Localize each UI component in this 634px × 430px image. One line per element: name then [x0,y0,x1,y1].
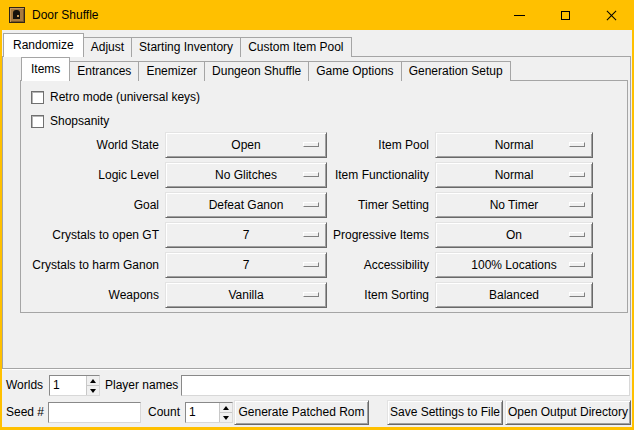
progressive-items-dropdown[interactable]: On [435,222,593,248]
world-state-label: World State [21,132,159,158]
crystals-gt-label: Crystals to open GT [21,222,159,248]
item-functionality-value: Normal [495,168,534,182]
goal-label: Goal [21,192,159,218]
accessibility-label: Accessibility [275,252,429,278]
minimize-icon [514,15,525,16]
item-sorting-value: Balanced [489,288,539,302]
spinner-up-icon[interactable] [87,376,99,386]
optionmenu-indicator-icon [569,232,585,237]
generate-patched-rom-button[interactable]: Generate Patched Rom [234,400,369,425]
count-value: 1 [189,403,196,422]
item-pool-dropdown[interactable]: Normal [435,132,593,158]
checkbox-icon[interactable] [31,91,44,104]
retro-mode-label: Retro mode (universal keys) [50,90,200,104]
item-sorting-label: Item Sorting [275,282,429,308]
checkbox-icon[interactable] [31,115,44,128]
crystals-ganon-value: 7 [243,258,250,272]
title-bar: Door Shuffle [0,0,634,30]
optionmenu-indicator-icon [569,202,585,207]
retro-mode-checkbox[interactable]: Retro mode (universal keys) [31,89,200,105]
worlds-label: Worlds [6,375,43,396]
tab-items[interactable]: Items [21,57,70,81]
worlds-value: 1 [53,376,60,395]
logic-level-value: No Glitches [215,168,277,182]
progressive-items-label: Progressive Items [275,222,429,248]
client-area: Randomize Adjust Starting Inventory Cust… [2,30,632,427]
timer-setting-label: Timer Setting [275,192,429,218]
progressive-items-value: On [506,228,522,242]
item-pool-label: Item Pool [275,132,429,158]
spinner-down-icon[interactable] [220,413,232,422]
minimize-button[interactable] [496,0,542,30]
spinner-up-icon[interactable] [220,403,232,413]
main-tab-bar: Randomize Adjust Starting Inventory Cust… [3,33,351,57]
crystals-ganon-label: Crystals to harm Ganon [21,252,159,278]
timer-setting-value: No Timer [490,198,539,212]
close-icon [605,9,618,22]
accessibility-dropdown[interactable]: 100% Locations [435,252,593,278]
tab-entrances[interactable]: Entrances [69,61,139,81]
optionmenu-indicator-icon [569,262,585,267]
sub-tab-bar: Items Entrances Enemizer Dungeon Shuffle… [21,57,510,81]
items-tab-panel: Retro mode (universal keys) Shopsanity W… [20,80,628,313]
goal-value: Defeat Ganon [209,198,284,212]
tab-enemizer[interactable]: Enemizer [138,61,205,81]
item-sorting-dropdown[interactable]: Balanced [435,282,593,308]
shopsanity-checkbox[interactable]: Shopsanity [31,113,109,129]
optionmenu-indicator-icon [569,292,585,297]
player-names-input[interactable] [181,375,630,396]
maximize-button[interactable] [542,0,588,30]
player-names-label: Player names [105,375,178,396]
item-pool-value: Normal [495,138,534,152]
tab-game-options[interactable]: Game Options [308,61,401,81]
maximize-icon [561,11,570,20]
app-window: Door Shuffle Randomize Adjust Starting I… [0,0,634,430]
tab-randomize[interactable]: Randomize [3,33,84,57]
close-button[interactable] [588,0,634,30]
shopsanity-label: Shopsanity [50,114,109,128]
worlds-spinner[interactable]: 1 [49,375,100,396]
weapons-label: Weapons [21,282,159,308]
optionmenu-indicator-icon [569,172,585,177]
timer-setting-dropdown[interactable]: No Timer [435,192,593,218]
tab-starting-inventory[interactable]: Starting Inventory [131,37,241,57]
optionmenu-indicator-icon [569,142,585,147]
seed-input[interactable] [48,402,141,423]
spinner-down-icon[interactable] [87,386,99,395]
door-icon [9,7,25,23]
weapons-value: Vanilla [228,288,263,302]
logic-level-label: Logic Level [21,162,159,188]
tab-custom-item-pool[interactable]: Custom Item Pool [240,37,351,57]
item-functionality-label: Item Functionality [275,162,429,188]
count-spinner[interactable]: 1 [185,402,233,423]
window-title: Door Shuffle [32,0,99,30]
tab-adjust[interactable]: Adjust [83,37,132,57]
save-settings-button[interactable]: Save Settings to File [387,400,503,425]
crystals-gt-value: 7 [243,228,250,242]
seed-label: Seed # [6,402,44,423]
accessibility-value: 100% Locations [471,258,556,272]
open-output-directory-button[interactable]: Open Output Directory [505,400,631,425]
tab-dungeon-shuffle[interactable]: Dungeon Shuffle [204,61,309,81]
count-label: Count [148,402,180,423]
item-functionality-dropdown[interactable]: Normal [435,162,593,188]
world-state-value: Open [231,138,260,152]
tab-generation-setup[interactable]: Generation Setup [401,61,511,81]
